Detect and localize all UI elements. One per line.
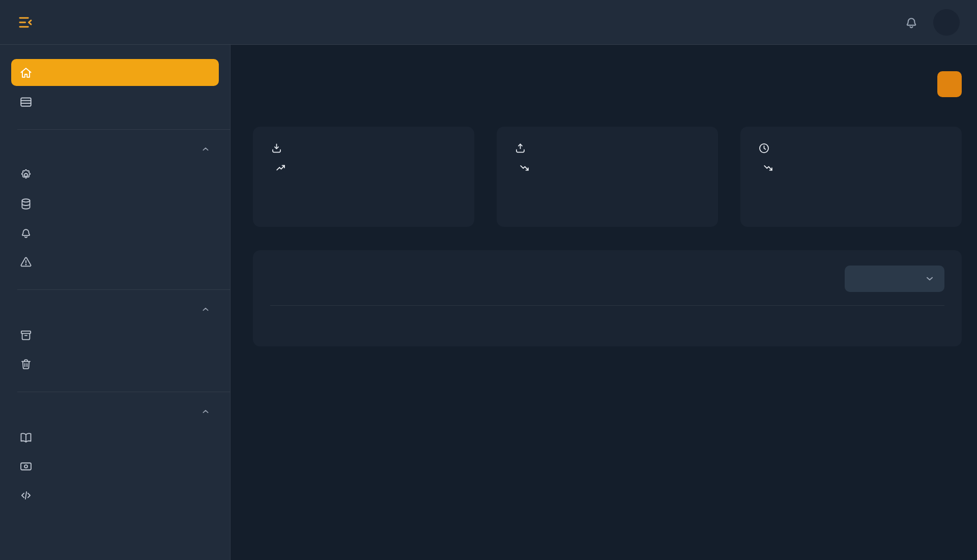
code-icon [19,489,33,502]
sidebar [0,45,231,560]
chevron-down-icon [924,273,935,284]
sidebar-item-dashboard[interactable] [11,59,219,86]
sidebar-collapse-button[interactable] [17,14,35,31]
chevron-up-icon [200,144,211,154]
notifications-bell-button[interactable] [904,15,919,30]
sidebar-divider [17,392,230,392]
stat-delta-0 [270,162,457,173]
trending-down-icon [763,162,774,173]
gear-icon [19,168,33,182]
trending-down-icon [519,162,530,173]
warning-triangle-icon [19,255,33,269]
sidebar-item-general[interactable] [11,161,219,188]
sidebar-item-documentation[interactable] [11,424,219,451]
topbar-actions [904,9,960,36]
brand [17,14,231,31]
chart-panel-header [270,250,944,306]
page-header [253,71,962,97]
bell-icon [904,15,919,30]
download-tray-icon [270,142,283,155]
sidebar-divider [17,129,230,130]
archive-box-icon [19,329,33,342]
sidebar-section-links[interactable] [11,406,219,417]
sidebar-item-results[interactable] [11,88,219,115]
sidebar-item-delete-data[interactable] [11,350,219,377]
stat-delta-2 [758,162,944,173]
banknote-icon [19,460,33,473]
sidebar-item-thresholds[interactable] [11,248,219,275]
sidebar-divider [17,289,230,290]
sidebar-item-users[interactable] [11,321,219,348]
chart-panel [253,250,962,346]
bell-icon [19,226,33,240]
database-icon [19,197,33,211]
sidebar-section-system[interactable] [11,304,219,314]
main-content [231,45,977,560]
queue-speedtest-button[interactable] [937,71,962,97]
sidebar-collapse-icon [17,14,35,31]
latest-download-card [253,127,474,227]
book-open-icon [19,431,33,444]
time-range-select[interactable] [845,266,944,292]
home-icon [19,66,33,79]
stat-delta-1 [514,162,701,173]
clock-icon [758,142,770,155]
user-avatar[interactable] [933,9,960,36]
sidebar-item-source-code[interactable] [11,482,219,509]
table-icon [19,95,33,108]
app-root [0,0,977,560]
sidebar-section-settings[interactable] [11,144,219,154]
stats-row [253,127,962,227]
latest-ping-card [740,127,962,227]
chevron-up-icon [200,304,211,314]
latest-upload-card [497,127,718,227]
sidebar-item-notifications[interactable] [11,219,219,246]
upload-tray-icon [514,142,527,155]
trash-icon [19,358,33,371]
chevron-up-icon [200,406,211,417]
sidebar-item-influxdb[interactable] [11,190,219,217]
topbar [0,0,977,45]
trending-up-icon [275,162,286,173]
sidebar-item-donate[interactable] [11,453,219,480]
